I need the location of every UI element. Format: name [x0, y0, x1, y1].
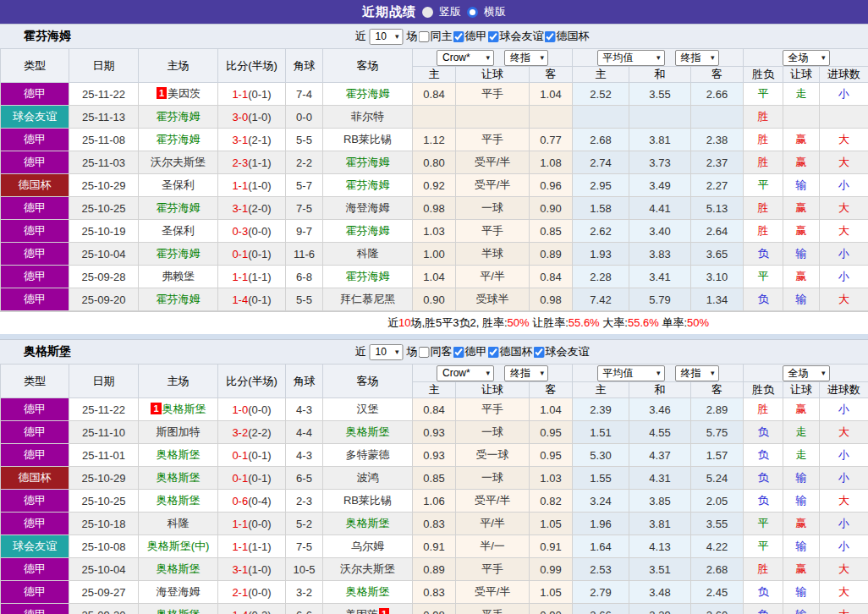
radio-horizontal-icon[interactable]: [467, 7, 478, 18]
handicap-line: 平手: [456, 129, 530, 151]
col-type: 类型: [1, 49, 69, 83]
match-type-cell: 德甲: [1, 243, 69, 266]
avg-stage-select[interactable]: 终指▾: [675, 365, 719, 381]
fulltime-score: 0-1: [232, 472, 248, 485]
radio-horizontal-label[interactable]: 横版: [484, 4, 506, 19]
result-label: 负: [758, 494, 769, 507]
home-team-cell: 霍芬海姆: [139, 106, 218, 129]
date-cell: 25-10-25: [69, 197, 139, 220]
chevron-down-icon: ▾: [486, 53, 490, 62]
team-label: 奥格斯堡(中): [147, 540, 210, 552]
match-row: 德甲25-09-27海登海姆2-1(0-0)3-2奥格斯堡0.83受平/半1.0…: [1, 581, 868, 604]
avg-draw-odds: 3.81: [629, 129, 691, 151]
home-team-cell: 科隆: [139, 513, 218, 535]
result-label: 赢: [796, 562, 807, 575]
league-checkbox[interactable]: [453, 347, 464, 358]
avg-draw-odds: 3.85: [629, 490, 691, 513]
result-wdl-cell: 负: [744, 243, 783, 266]
odds-stage-select[interactable]: 终指▾: [504, 365, 548, 381]
fullmatch-select[interactable]: 全场▾: [783, 50, 830, 66]
league-checkbox-label[interactable]: 德国杯: [500, 344, 533, 359]
handicap-line: 平手: [456, 220, 530, 243]
handicap-home-odds: 1.00: [413, 243, 456, 266]
match-type-cell: 德甲: [1, 129, 69, 151]
radio-vertical-icon[interactable]: [422, 7, 433, 18]
away-team-cell: RB莱比锡: [323, 490, 413, 513]
league-checkbox[interactable]: [488, 31, 499, 42]
result-wdl-cell: 平: [744, 83, 783, 106]
result-goals-cell: 小: [820, 535, 868, 558]
league-checkbox[interactable]: [545, 31, 556, 42]
match-type-cell: 德国杯: [1, 467, 69, 490]
team-label: 波鸿: [357, 471, 379, 484]
match-count-select[interactable]: 10▾: [370, 344, 404, 360]
handicap-home-odds: 0.80: [413, 151, 456, 174]
rank-badge: 1: [379, 608, 389, 614]
home-team-cell: 1奥格斯堡: [139, 398, 218, 421]
fulltime-score: 0-1: [232, 248, 248, 260]
same-venue-label[interactable]: 同主: [431, 29, 453, 44]
league-checkbox[interactable]: [534, 347, 545, 358]
same-venue-label[interactable]: 同客: [431, 344, 453, 359]
league-checkbox-label[interactable]: 球会友谊: [546, 344, 590, 359]
avg-draw-odds: 4.31: [629, 467, 691, 490]
result-label: 输: [796, 608, 807, 614]
team-label: 奥格斯堡: [346, 517, 390, 529]
league-checkbox-label[interactable]: 德国杯: [557, 29, 590, 44]
fulltime-score: 1-1: [232, 540, 248, 553]
same-venue-checkbox[interactable]: [419, 347, 430, 358]
same-venue-checkbox[interactable]: [419, 31, 430, 42]
handicap-away-odds: 0.90: [530, 604, 573, 614]
date-cell: 25-10-04: [69, 243, 139, 266]
team-section: 霍芬海姆近10▾场 同主德甲球会友谊德国杯类型日期主场比分(半场)角球客场Cro…: [0, 24, 868, 334]
match-type-cell: 德甲: [1, 490, 69, 513]
fulltime-score: 1-1: [232, 88, 248, 101]
match-type-cell: 德甲: [1, 398, 69, 421]
avg-away-odds: 5.24: [691, 467, 744, 490]
result-label: 大: [838, 224, 849, 237]
match-count-select[interactable]: 10▾: [370, 29, 404, 45]
avg-home-odds: 1.64: [573, 535, 629, 558]
away-team-cell: 美因茨1: [323, 604, 413, 614]
league-checkbox-label[interactable]: 德甲: [465, 344, 487, 359]
league-checkbox-label[interactable]: 球会友谊: [500, 29, 544, 44]
league-checkbox[interactable]: [453, 31, 464, 42]
handicap-home-odds: 0.93: [413, 444, 456, 467]
handicap-away-odds: 0.91: [530, 535, 573, 558]
radio-vertical-label[interactable]: 竖版: [439, 4, 461, 19]
result-label: 小: [838, 270, 849, 282]
avg-stage-select[interactable]: 终指▾: [675, 50, 719, 66]
odds-stage-select[interactable]: 终指▾: [504, 50, 548, 66]
result-goals-cell: 大: [820, 288, 868, 311]
fullmatch-select[interactable]: 全场▾: [783, 365, 830, 381]
result-handicap-cell: 走: [783, 421, 820, 444]
away-team-cell: 奥格斯堡: [323, 581, 413, 604]
team-label: 海登海姆: [346, 201, 390, 214]
match-row: 德甲25-11-221奥格斯堡1-0(0-0)4-3汉堡0.84平手1.042.…: [1, 398, 868, 421]
league-checkbox[interactable]: [488, 347, 499, 358]
result-label: 胜: [758, 110, 769, 123]
home-team-cell: 霍芬海姆: [139, 243, 218, 266]
home-team-cell: 圣保利: [139, 220, 218, 243]
result-wdl-cell: 胜: [744, 151, 783, 174]
result-label: 负: [758, 471, 769, 484]
halftime-score: (1-0): [248, 111, 271, 123]
fulltime-score: 1-1: [232, 518, 248, 530]
match-type-cell: 德国杯: [1, 174, 69, 197]
odds-stage-select-value: 终指: [510, 366, 530, 381]
team-label: 海登海姆: [157, 585, 201, 598]
result-goals-cell: 大: [820, 558, 868, 581]
result-label: 小: [838, 517, 849, 529]
handicap-line: 受球半: [456, 288, 530, 311]
odds-source-select[interactable]: Crow*▾: [437, 50, 494, 66]
fulltime-score: 0-3: [232, 225, 248, 238]
avg-source-select[interactable]: 平均值▾: [597, 365, 665, 381]
league-checkbox-label[interactable]: 德甲: [465, 29, 487, 44]
odds-source-select[interactable]: Crow*▾: [437, 365, 494, 381]
avg-source-select[interactable]: 平均值▾: [597, 50, 665, 66]
away-team-cell: 霍芬海姆: [323, 266, 413, 288]
score-cell: 0-6(0-4): [218, 490, 286, 513]
away-team-cell: 霍芬海姆: [323, 151, 413, 174]
corner-cell: 2-2: [286, 151, 323, 174]
handicap-line: 一球: [456, 421, 530, 444]
